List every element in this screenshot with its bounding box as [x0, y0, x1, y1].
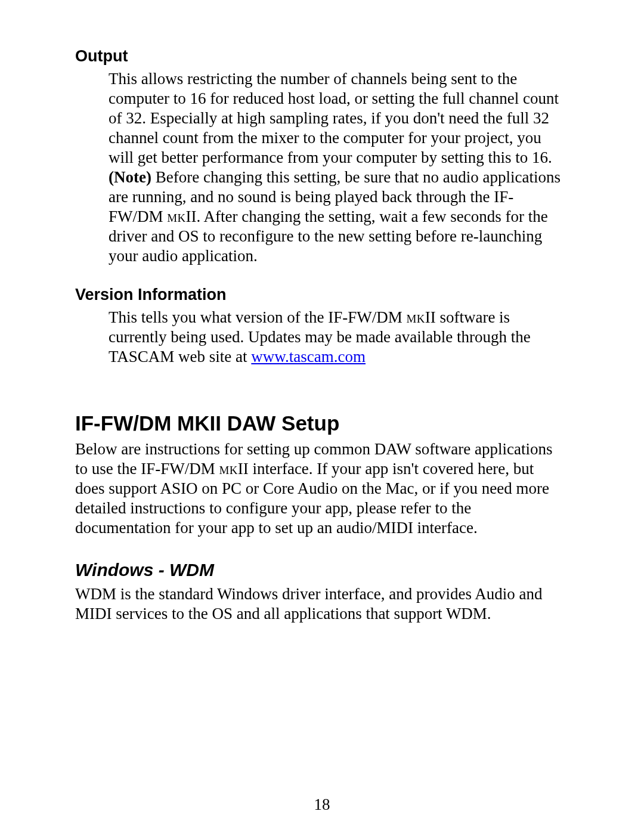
- document-page: Output This allows restricting the numbe…: [0, 0, 644, 833]
- paragraph-output-note: (Note) Before changing this setting, be …: [109, 168, 566, 266]
- paragraph-version: This tells you what version of the IF-FW…: [109, 308, 566, 367]
- version-text-a: This tells you what version of the IF-FW…: [109, 308, 406, 326]
- daw-mk: mk: [219, 460, 237, 478]
- note-label: (Note): [109, 168, 151, 186]
- version-mk: mk: [406, 308, 425, 326]
- heading-daw-setup: IF-FW/DM MKII DAW Setup: [75, 411, 566, 436]
- page-number: 18: [0, 795, 644, 814]
- heading-windows-wdm: Windows - WDM: [75, 559, 566, 581]
- paragraph-wdm: WDM is the standard Windows driver inter…: [75, 584, 566, 624]
- paragraph-daw: Below are instructions for setting up co…: [75, 439, 566, 538]
- note-mk: mk: [167, 208, 185, 225]
- heading-output: Output: [75, 47, 566, 66]
- paragraph-output-1: This allows restricting the number of ch…: [109, 69, 566, 168]
- heading-version-info: Version Information: [75, 285, 566, 304]
- daw-heading-b: II DAW Setup: [210, 411, 340, 435]
- daw-heading-mk: MK: [177, 411, 209, 435]
- tascam-link[interactable]: www.tascam.com: [251, 348, 366, 366]
- daw-heading-a: IF-FW/DM: [75, 411, 177, 435]
